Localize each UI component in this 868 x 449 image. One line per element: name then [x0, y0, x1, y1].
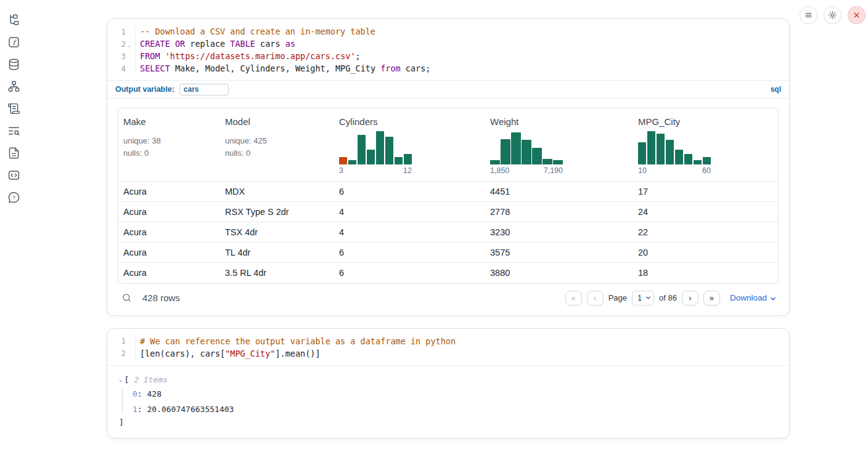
fold-slot [126, 340, 133, 342]
pagination: « ‹ Page 1 of 86 › » [565, 291, 720, 305]
column-header-weight[interactable]: Weight1,8507,190 [485, 108, 633, 182]
fold-slot [126, 55, 133, 57]
column-header-make[interactable]: Makeunique: 38nulls: 0 [118, 108, 220, 182]
code-line[interactable]: 4SELECT Make, Model, Cylinders, Weight, … [107, 62, 789, 75]
file-explorer-icon[interactable] [7, 13, 20, 26]
open-bracket: [ [124, 375, 129, 384]
prev-page-button[interactable]: ‹ [587, 291, 604, 305]
next-page-button[interactable]: › [682, 291, 698, 305]
table-cell: 6 [334, 263, 485, 283]
logs-icon[interactable] [7, 124, 20, 137]
histogram-bar [501, 139, 510, 164]
menu-icon [804, 10, 813, 20]
table-cell: 4 [334, 222, 485, 243]
table-cell: 22 [633, 222, 778, 243]
topbar-controls [800, 6, 866, 24]
histogram-bar [542, 159, 552, 164]
histogram-weight [490, 130, 563, 164]
column-header-cylinders[interactable]: Cylinders312 [334, 108, 485, 182]
code-text: CREATE OR replace TABLE cars as [135, 38, 295, 50]
table-row[interactable]: AcuraTL 4dr6357520 [118, 243, 778, 263]
column-header-model[interactable]: Modelunique: 425nulls: 0 [220, 108, 334, 182]
histogram-axis: 1060 [638, 166, 711, 175]
column-header-mpg_city[interactable]: MPG_City1060 [633, 108, 778, 182]
histogram-bar [395, 157, 403, 164]
column-stats: unique: 38nulls: 0 [123, 135, 215, 159]
column-label: Make [123, 116, 215, 127]
table-cell: TSX 4dr [220, 222, 334, 243]
fold-slot [126, 352, 133, 355]
fold-chevron-icon[interactable]: ⌄ [126, 40, 133, 48]
histogram-bar [511, 132, 521, 164]
line-number: 1 [107, 336, 126, 346]
line-number: 4 [107, 64, 126, 73]
table-cell: 18 [633, 263, 778, 283]
python-output-tree: ⌄ [ 2 Items 0: 4281: 20.060747663551403 … [107, 366, 789, 438]
next-page-icon: › [689, 294, 692, 302]
data-sources-icon[interactable] [7, 57, 20, 71]
output-variable-input[interactable] [179, 84, 229, 95]
code-line[interactable]: 3FROM 'https://datasets.marimo.app/cars.… [107, 50, 789, 62]
collapse-icon[interactable]: ⌄ [119, 376, 122, 382]
snippets-icon[interactable] [7, 168, 20, 182]
dependency-graph-icon[interactable] [7, 79, 20, 93]
table-cell: TL 4dr [220, 243, 334, 263]
histogram-bar [553, 160, 563, 164]
table-row[interactable]: Acura3.5 RL 4dr6388018 [118, 263, 778, 283]
functions-icon[interactable]: f [7, 35, 20, 49]
table-footer: 428 rows « ‹ Page 1 of 86 › » [118, 291, 779, 305]
table-cell: Acura [118, 182, 220, 202]
first-page-icon: « [571, 294, 576, 302]
code-line[interactable]: 1# We can reference the output variable … [107, 335, 789, 347]
histogram-bar [684, 154, 692, 164]
prev-page-icon: ‹ [593, 294, 597, 302]
histogram-bar [703, 157, 711, 164]
search-icon[interactable] [121, 293, 132, 303]
download-button[interactable]: Download [730, 293, 776, 302]
close-button[interactable] [848, 6, 866, 24]
python-code-editor[interactable]: 1# We can reference the output variable … [107, 329, 789, 365]
item-value: : 428 [137, 389, 162, 398]
table-row[interactable]: AcuraRSX Type S 2dr4277824 [118, 202, 778, 222]
histogram-bar [532, 148, 542, 164]
table-cell: 3230 [485, 222, 633, 243]
list-item: 1: 20.060747663551403 [133, 405, 779, 414]
help-icon[interactable]: ? [7, 190, 20, 204]
table-cell: 6 [334, 182, 485, 202]
code-text: FROM 'https://datasets.marimo.app/cars.c… [135, 50, 361, 62]
sidebar: f ? [0, 0, 27, 204]
code-text: -- Download a CSV and create an in-memor… [135, 25, 375, 38]
table-cell: MDX [220, 182, 334, 202]
code-line[interactable]: 2[len(cars), cars["MPG_City"].mean()] [107, 347, 789, 360]
code-text: SELECT Make, Model, Cylinders, Weight, M… [135, 62, 430, 75]
settings-button[interactable] [824, 6, 841, 24]
histogram-bar [358, 135, 366, 164]
code-line[interactable]: 1-- Download a CSV and create an in-memo… [107, 25, 789, 38]
notebook-area: 1-- Download a CSV and create an in-memo… [107, 0, 790, 439]
scratchpad-icon[interactable] [7, 102, 20, 115]
table-cell: Acura [118, 202, 220, 222]
sql-cell-footer: Output variable: sql [107, 81, 789, 98]
histogram-axis: 1,8507,190 [490, 166, 563, 175]
histogram-bar [348, 160, 356, 164]
first-page-button[interactable]: « [565, 291, 582, 305]
page-label: Page [608, 293, 627, 302]
documentation-icon[interactable] [7, 146, 20, 160]
download-label: Download [730, 293, 767, 302]
menu-button[interactable] [800, 6, 817, 24]
svg-text:?: ? [12, 194, 15, 200]
histogram-bar [490, 160, 500, 164]
last-page-button[interactable]: » [703, 291, 720, 305]
page-select[interactable]: 1 [632, 291, 654, 305]
code-line[interactable]: 2⌄CREATE OR replace TABLE cars as [107, 38, 789, 50]
table-row[interactable]: AcuraMDX6445117 [118, 182, 778, 202]
language-selector[interactable]: sql [771, 85, 781, 94]
close-bracket: ] [119, 418, 779, 427]
histogram-bar [385, 137, 393, 164]
code-text: # We can reference the output variable a… [135, 335, 456, 347]
table-cell: Acura [118, 222, 220, 243]
table-row[interactable]: AcuraTSX 4dr4323022 [118, 222, 778, 243]
sql-code-editor[interactable]: 1-- Download a CSV and create an in-memo… [107, 19, 789, 80]
table-cell: 2778 [485, 202, 633, 222]
table-cell: 3575 [485, 243, 633, 263]
